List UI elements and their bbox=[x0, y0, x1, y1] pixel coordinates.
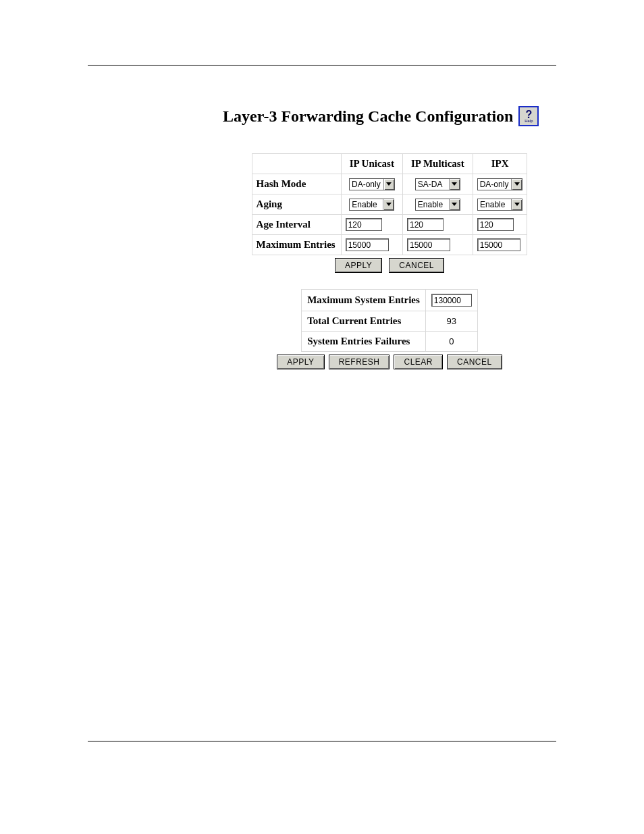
col-ip-unicast: IP Unicast bbox=[341, 154, 402, 174]
hash-mode-ipx-select[interactable]: DA-only bbox=[477, 178, 523, 190]
table2-button-row: APPLY REFRESH CLEAR CANCEL bbox=[223, 355, 556, 369]
clear-button[interactable]: CLEAR bbox=[394, 355, 443, 369]
hash-mode-ip-multicast-select[interactable]: SA-DA bbox=[415, 178, 460, 190]
content-area: Layer-3 Forwarding Cache Configuration ?… bbox=[223, 106, 556, 369]
stats-table: Maximum System Entries 130000 Total Curr… bbox=[301, 289, 478, 352]
aging-ip-unicast-value: Enable bbox=[350, 199, 383, 210]
row-age-interval: Age Interval 120 120 120 bbox=[252, 215, 527, 235]
aging-ip-multicast-select[interactable]: Enable bbox=[415, 199, 460, 211]
hash-mode-ip-unicast-select[interactable]: DA-only bbox=[349, 178, 395, 190]
aging-ip-unicast-select[interactable]: Enable bbox=[349, 199, 394, 211]
header-row: IP Unicast IP Multicast IPX bbox=[252, 154, 527, 174]
dropdown-icon bbox=[383, 199, 394, 210]
apply-button[interactable]: APPLY bbox=[335, 258, 382, 273]
bottom-rule bbox=[88, 741, 556, 741]
hash-mode-ip-multicast-value: SA-DA bbox=[416, 179, 449, 190]
col-ip-multicast: IP Multicast bbox=[402, 154, 473, 174]
label-maximum-entries: Maximum Entries bbox=[252, 235, 341, 255]
cancel-button-2[interactable]: CANCEL bbox=[447, 355, 502, 369]
table1-button-row: APPLY CANCEL bbox=[223, 258, 556, 273]
row-hash-mode: Hash Mode DA-only SA-DA DA-only bbox=[252, 174, 527, 194]
apply-button-2[interactable]: APPLY bbox=[277, 355, 324, 369]
stats-table-wrap: Maximum System Entries 130000 Total Curr… bbox=[223, 289, 556, 352]
col-ipx: IPX bbox=[473, 154, 527, 174]
row-total-current-entries: Total Current Entries 93 bbox=[302, 311, 478, 332]
max-entries-ipx-input[interactable]: 15000 bbox=[477, 238, 520, 251]
dropdown-icon bbox=[449, 199, 460, 210]
col-empty bbox=[252, 154, 341, 174]
age-interval-ip-unicast-input[interactable]: 120 bbox=[346, 218, 382, 231]
help-button[interactable]: ? Help bbox=[518, 106, 539, 126]
aging-ipx-value: Enable bbox=[478, 199, 511, 210]
cancel-button[interactable]: CANCEL bbox=[389, 258, 444, 273]
hash-mode-ipx-value: DA-only bbox=[478, 179, 512, 190]
label-aging: Aging bbox=[252, 194, 341, 215]
dropdown-icon bbox=[449, 179, 460, 190]
label-hash-mode: Hash Mode bbox=[252, 174, 341, 194]
label-max-system-entries: Maximum System Entries bbox=[302, 290, 426, 311]
help-icon: ? bbox=[526, 111, 533, 119]
age-interval-ipx-input[interactable]: 120 bbox=[477, 218, 514, 231]
max-entries-ip-multicast-input[interactable]: 15000 bbox=[407, 238, 450, 251]
title-row: Layer-3 Forwarding Cache Configuration ?… bbox=[223, 106, 556, 126]
dropdown-icon bbox=[383, 179, 394, 190]
max-system-entries-input[interactable]: 130000 bbox=[431, 294, 472, 307]
max-entries-ip-unicast-input[interactable]: 15000 bbox=[346, 238, 389, 251]
dropdown-icon bbox=[511, 179, 522, 190]
label-system-entries-failures: System Entries Failures bbox=[302, 332, 426, 352]
age-interval-ip-multicast-input[interactable]: 120 bbox=[407, 218, 444, 231]
dropdown-icon bbox=[511, 199, 522, 210]
aging-ip-multicast-value: Enable bbox=[416, 199, 449, 210]
help-label: Help bbox=[525, 119, 533, 123]
label-age-interval: Age Interval bbox=[252, 215, 341, 235]
row-maximum-entries: Maximum Entries 15000 15000 15000 bbox=[252, 235, 527, 255]
page-title: Layer-3 Forwarding Cache Configuration bbox=[223, 107, 513, 126]
top-rule bbox=[88, 65, 556, 66]
config-table: IP Unicast IP Multicast IPX Hash Mode DA… bbox=[252, 153, 528, 255]
total-current-entries-value: 93 bbox=[425, 311, 477, 332]
system-entries-failures-value: 0 bbox=[425, 332, 477, 352]
refresh-button[interactable]: REFRESH bbox=[329, 355, 390, 369]
row-max-system-entries: Maximum System Entries 130000 bbox=[302, 290, 478, 311]
row-aging: Aging Enable Enable Enable bbox=[252, 194, 527, 215]
aging-ipx-select[interactable]: Enable bbox=[477, 199, 522, 211]
row-system-entries-failures: System Entries Failures 0 bbox=[302, 332, 478, 352]
hash-mode-ip-unicast-value: DA-only bbox=[350, 179, 383, 190]
label-total-current-entries: Total Current Entries bbox=[302, 311, 426, 332]
config-table-wrap: IP Unicast IP Multicast IPX Hash Mode DA… bbox=[223, 153, 556, 255]
